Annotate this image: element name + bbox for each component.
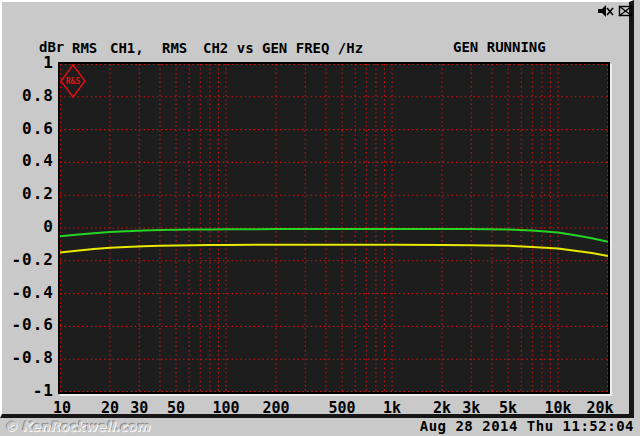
analyzer-screenshot: GEN RUNNING ANL 1:TERM 2:TERM SWP TERMIN… (0, 0, 640, 436)
watermark: © KenRockwell.com (4, 419, 150, 434)
datetime-display: Aug 28 2014 Thu 11:52:04 (420, 418, 634, 434)
y-tick-label: -1 (0, 383, 54, 399)
measurement-title-segment: CH2 vs (203, 40, 254, 56)
x-tick-label: 5k (499, 399, 517, 417)
status-line-generator: GEN RUNNING (453, 39, 596, 55)
rs-logo-text: R&S (66, 77, 81, 86)
y-tick-label: -0.2 (0, 252, 54, 268)
y-tick-label: -0.6 (0, 317, 54, 333)
measurement-title-segment: RMS (162, 40, 187, 56)
trace-2 (60, 245, 608, 256)
y-tick-label: 0.2 (0, 186, 54, 202)
trace-1 (60, 229, 608, 242)
status-icons (597, 4, 634, 19)
x-tick-label: 20 (101, 399, 119, 417)
x-tick-label: 1k (383, 399, 401, 417)
speaker-muted-icon (597, 4, 614, 19)
x-tick-label: 50 (167, 399, 185, 417)
x-tick-label: 2k (433, 399, 451, 417)
x-tick-label: 3k (462, 399, 480, 417)
y-tick-label: -0.4 (0, 285, 54, 301)
measurement-title-segment: CH1, (110, 40, 144, 56)
plot-area: R&S (58, 62, 610, 394)
x-tick-label: 200 (262, 399, 289, 417)
x-tick-label: 20k (586, 399, 613, 417)
y-tick-label: 0.8 (0, 88, 54, 104)
measurement-title-segment: RMS (72, 40, 97, 56)
x-tick-label: 10 (53, 399, 71, 417)
plot-canvas (60, 64, 608, 392)
x-tick-label: 500 (328, 399, 355, 417)
y-tick-label: 0 (0, 219, 54, 235)
x-tick-label: 30 (130, 399, 148, 417)
y-tick-label: -0.8 (0, 350, 54, 366)
rs-logo-icon: R&S (60, 64, 86, 100)
monitor-muted-icon (617, 4, 634, 19)
x-tick-label: 100 (212, 399, 239, 417)
y-tick-label: 0.6 (0, 121, 54, 137)
y-tick-label: 1 (0, 55, 54, 71)
measurement-title-segment: GEN FREQ /Hz (262, 40, 363, 56)
x-tick-label: 10k (544, 399, 571, 417)
y-tick-label: 0.4 (0, 153, 54, 169)
